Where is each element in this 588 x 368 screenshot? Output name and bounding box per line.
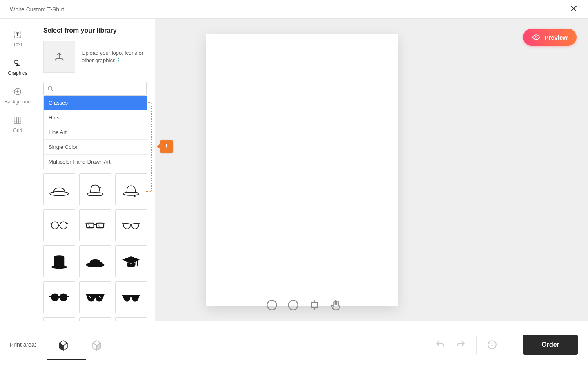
- svg-point-3: [16, 90, 19, 93]
- svg-rect-22: [67, 296, 69, 297]
- text-tool-icon: [13, 29, 22, 39]
- undo-icon: [435, 339, 445, 350]
- graphic-graduation-cap-color[interactable]: [115, 317, 147, 321]
- history-button[interactable]: [483, 336, 501, 354]
- center-icon: [309, 299, 320, 311]
- tool-grid-label: Grid: [13, 128, 22, 133]
- print-area-front[interactable]: [57, 338, 70, 351]
- canvas-toolbar: [265, 298, 342, 312]
- graphic-aviator-sunglasses-solid[interactable]: [115, 281, 147, 313]
- tool-rail: Text Graphics Background: [0, 19, 35, 321]
- footer-bar: Print area: Orde: [0, 321, 588, 368]
- upload-text: Upload your logo, icons or other graphic…: [82, 49, 147, 64]
- tool-graphics-label: Graphics: [8, 70, 27, 76]
- cube-front-icon: [57, 338, 70, 351]
- graphic-aviator-glasses-outline[interactable]: [115, 209, 147, 241]
- graphic-sun-hat-color[interactable]: [79, 317, 111, 321]
- svg-point-29: [535, 36, 537, 38]
- graphic-wayfarer-sunglasses-solid[interactable]: [79, 281, 111, 313]
- graphics-grid: [43, 173, 147, 321]
- tool-grid[interactable]: Grid: [13, 115, 22, 133]
- svg-point-9: [60, 222, 67, 229]
- undo-button[interactable]: [431, 336, 449, 354]
- divider: [508, 336, 508, 354]
- svg-point-8: [51, 222, 59, 229]
- dropdown-item-glasses[interactable]: Glasses: [44, 96, 147, 110]
- tool-graphics[interactable]: Graphics: [8, 58, 27, 76]
- graphic-top-hat-color[interactable]: [43, 317, 75, 321]
- svg-point-4: [48, 86, 52, 90]
- zoom-out-icon: [287, 299, 299, 311]
- history-icon: [487, 339, 497, 350]
- search-input[interactable]: [43, 82, 147, 96]
- dropdown-item-hats[interactable]: Hats: [44, 110, 147, 125]
- print-area-label: Print area:: [10, 341, 36, 348]
- svg-point-16: [100, 262, 102, 264]
- dropdown-item-single-color[interactable]: Single Color: [44, 140, 147, 155]
- tool-text-label: Text: [13, 42, 22, 47]
- search-icon: [47, 85, 54, 94]
- canvas-area: Preview: [155, 19, 588, 321]
- svg-point-18: [51, 293, 59, 301]
- svg-rect-21: [49, 296, 51, 297]
- svg-rect-13: [54, 256, 65, 267]
- order-button[interactable]: Order: [523, 335, 578, 355]
- graphic-bucket-hat-outline[interactable]: [79, 173, 111, 205]
- page-title: White Custom T-Shirt: [10, 6, 64, 13]
- zoom-in-button[interactable]: [265, 298, 278, 312]
- svg-point-6: [99, 187, 101, 189]
- graphic-graduation-cap-solid[interactable]: [115, 245, 147, 277]
- design-canvas[interactable]: [206, 34, 398, 306]
- zoom-out-button[interactable]: [287, 298, 300, 312]
- redo-button[interactable]: [452, 336, 470, 354]
- graphic-round-glasses-outline[interactable]: [43, 209, 75, 241]
- svg-point-1: [14, 60, 18, 64]
- graphic-fedora-outline[interactable]: [115, 173, 147, 205]
- zoom-in-icon: [266, 299, 278, 311]
- hint-badge[interactable]: !: [156, 140, 173, 155]
- svg-point-19: [60, 293, 67, 301]
- divider: [476, 336, 477, 354]
- graphic-sun-hat-solid[interactable]: [79, 245, 111, 277]
- grid-tool-icon: [13, 115, 22, 125]
- center-button[interactable]: [308, 298, 321, 312]
- search-dropdown: Glasses Hats Line Art Single Color Multi…: [43, 96, 147, 169]
- library-panel: Select from your library Upload your log…: [35, 19, 155, 321]
- print-area-back[interactable]: [90, 338, 103, 351]
- search-wrap: Glasses Hats Line Art Single Color Multi…: [43, 82, 147, 96]
- close-button[interactable]: [569, 4, 578, 15]
- graphics-tool-icon: [13, 58, 22, 68]
- close-icon: [569, 4, 578, 13]
- preview-label: Preview: [544, 34, 568, 41]
- svg-rect-10: [87, 223, 94, 228]
- cube-back-icon: [90, 338, 103, 351]
- preview-button[interactable]: Preview: [523, 29, 577, 46]
- tool-text[interactable]: Text: [13, 29, 22, 47]
- background-tool-icon: [13, 87, 22, 96]
- graphic-sun-hat-outline[interactable]: [43, 173, 75, 205]
- svg-point-17: [137, 265, 138, 267]
- svg-rect-11: [97, 223, 104, 228]
- upload-row: Upload your logo, icons or other graphic…: [43, 41, 147, 73]
- tool-background[interactable]: Background: [4, 87, 31, 105]
- upload-button[interactable]: [43, 41, 75, 73]
- svg-rect-20: [58, 296, 60, 298]
- dropdown-item-multicolor[interactable]: Multicolor Hand-Drawn Art: [44, 155, 147, 169]
- upload-icon: [53, 51, 65, 63]
- dropdown-item-line-art[interactable]: Line Art: [44, 125, 147, 140]
- redo-icon: [455, 339, 466, 350]
- upload-description: Upload your logo, icons or other graphic…: [82, 50, 143, 63]
- pan-button[interactable]: [329, 298, 342, 312]
- svg-rect-7: [134, 195, 136, 197]
- hint-connector: [146, 102, 152, 192]
- graphic-round-sunglasses-solid[interactable]: [43, 281, 75, 313]
- hint-badge-label: !: [160, 140, 173, 153]
- upload-info-button[interactable]: i: [118, 57, 119, 63]
- graphic-rectangular-glasses-outline[interactable]: [79, 209, 111, 241]
- svg-point-5: [50, 191, 69, 196]
- svg-point-14: [54, 255, 65, 257]
- graphic-top-hat-solid[interactable]: [43, 245, 75, 277]
- header-bar: White Custom T-Shirt: [0, 0, 588, 19]
- eye-icon: [532, 33, 540, 41]
- print-area-options: [45, 338, 103, 351]
